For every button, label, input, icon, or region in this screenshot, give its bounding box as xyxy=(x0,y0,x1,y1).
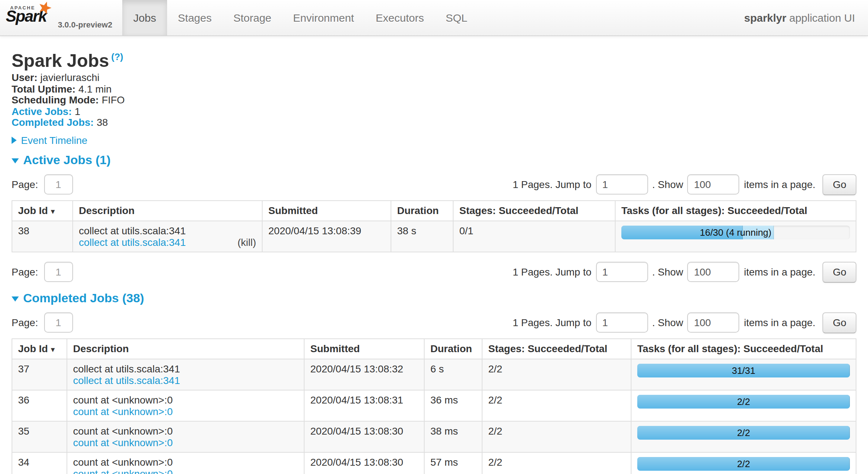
nav-item-jobs[interactable]: Jobs xyxy=(122,0,167,35)
items-per-page-input[interactable] xyxy=(688,313,740,333)
page-title: Spark Jobs(?) xyxy=(12,45,856,71)
nav-link-executors[interactable]: Executors xyxy=(365,0,435,35)
pagination-active-top: Page: 1 Pages. Jump to . Show items in a… xyxy=(12,174,856,195)
info-uptime: Total Uptime:4.1 min xyxy=(12,84,856,95)
info-scheduling-value: FIFO xyxy=(102,94,125,106)
job-description-text: collect at utils.scala:341 xyxy=(73,363,298,375)
completed-table-header-row: Job Id▾ Description Submitted Duration S… xyxy=(12,339,856,359)
go-button[interactable]: Go xyxy=(823,174,856,195)
nav-item-executors[interactable]: Executors xyxy=(365,0,435,35)
page-number-input[interactable] xyxy=(44,175,73,195)
show-text: . Show xyxy=(652,266,683,278)
col-stages[interactable]: Stages: Succeeded/Total xyxy=(482,339,631,359)
job-tasks-cell: 31/31 xyxy=(631,359,856,390)
job-description-link[interactable]: collect at utils.scala:341 xyxy=(73,375,180,386)
col-duration[interactable]: Duration xyxy=(391,201,453,221)
job-description-text: count at <unknown>:0 xyxy=(73,394,298,406)
info-user-value: javierluraschi xyxy=(41,72,99,84)
collapse-arrow-icon xyxy=(12,159,19,164)
job-description-link[interactable]: collect at utils.scala:341 xyxy=(79,236,186,248)
items-per-page-input[interactable] xyxy=(688,175,740,195)
spark-version: 3.0.0-preview2 xyxy=(58,20,112,29)
job-description-cell: collect at utils.scala:341 collect at ut… xyxy=(67,359,304,390)
job-submitted-cell: 2020/04/15 13:08:31 xyxy=(304,390,424,421)
info-user: User:javierluraschi xyxy=(12,73,856,84)
nav-item-sql[interactable]: SQL xyxy=(435,0,478,35)
jump-to-page-input[interactable] xyxy=(596,175,648,195)
items-text: items in a page. xyxy=(744,266,816,278)
spark-star-icon xyxy=(38,1,52,15)
job-duration-cell: 57 ms xyxy=(424,452,482,474)
jump-to-page-input[interactable] xyxy=(596,262,648,282)
completed-jobs-link-label: Completed Jobs: xyxy=(12,117,94,128)
job-description-link[interactable]: count at <unknown>:0 xyxy=(73,468,173,474)
col-description[interactable]: Description xyxy=(67,339,304,359)
section-completed-jobs[interactable]: Completed Jobs (38) xyxy=(12,291,856,306)
active-jobs-table: Job Id▾ Description Submitted Duration S… xyxy=(12,200,856,252)
job-description-link[interactable]: count at <unknown>:0 xyxy=(73,437,173,448)
pages-text: 1 Pages. Jump to xyxy=(512,317,591,329)
event-timeline-toggle[interactable]: Event Timeline xyxy=(12,134,856,146)
go-button[interactable]: Go xyxy=(823,262,856,283)
info-scheduling-label: Scheduling Mode: xyxy=(12,94,99,106)
tasks-progress-bar: 2/2 xyxy=(637,395,850,409)
completed-jobs-table: Job Id▾ Description Submitted Duration S… xyxy=(12,338,856,474)
job-duration-cell: 38 ms xyxy=(424,421,482,452)
job-description-cell: collect at utils.scala:341 collect at ut… xyxy=(73,221,262,252)
app-title: sparklyr application UI xyxy=(744,0,868,35)
sort-arrow-icon: ▾ xyxy=(51,345,55,354)
pagination-controls: 1 Pages. Jump to . Show items in a page.… xyxy=(512,312,856,333)
nav-item-stages[interactable]: Stages xyxy=(167,0,222,35)
nav-link-jobs[interactable]: Jobs xyxy=(122,0,167,35)
job-stages-cell: 2/2 xyxy=(482,421,631,452)
job-description-cell: count at <unknown>:0 count at <unknown>:… xyxy=(67,452,304,474)
col-tasks[interactable]: Tasks (for all stages): Succeeded/Total xyxy=(615,201,856,221)
job-tasks-cell: 2/2 xyxy=(631,421,856,452)
progress-label: 2/2 xyxy=(637,395,850,409)
col-tasks[interactable]: Tasks (for all stages): Succeeded/Total xyxy=(631,339,856,359)
job-submitted-cell: 2020/04/15 13:08:30 xyxy=(304,421,424,452)
col-stages[interactable]: Stages: Succeeded/Total xyxy=(453,201,615,221)
col-submitted[interactable]: Submitted xyxy=(304,339,424,359)
go-button[interactable]: Go xyxy=(823,312,856,333)
items-per-page-input[interactable] xyxy=(688,262,740,282)
help-link[interactable]: (?) xyxy=(111,51,123,62)
jump-to-page-input[interactable] xyxy=(596,313,648,333)
job-submitted-cell: 2020/04/15 13:08:32 xyxy=(304,359,424,390)
spark-logo[interactable]: APACHE Spark xyxy=(0,0,56,35)
nav-link-storage[interactable]: Storage xyxy=(222,0,282,35)
job-duration-cell: 6 s xyxy=(424,359,482,390)
job-id-cell: 37 xyxy=(12,359,67,390)
info-uptime-label: Total Uptime: xyxy=(12,83,76,95)
active-jobs-link[interactable]: Active Jobs: xyxy=(12,106,72,117)
nav-link-environment[interactable]: Environment xyxy=(282,0,365,35)
show-text: . Show xyxy=(652,179,683,191)
tasks-progress-bar: 16/30 (4 running) xyxy=(621,226,850,239)
nav-item-storage[interactable]: Storage xyxy=(222,0,282,35)
page-number-input[interactable] xyxy=(44,313,73,333)
job-tasks-cell: 16/30 (4 running) xyxy=(615,221,856,252)
completed-jobs-link[interactable]: Completed Jobs: xyxy=(12,117,94,128)
col-job-id-label: Job Id xyxy=(18,205,48,216)
nav-item-environment[interactable]: Environment xyxy=(282,0,365,35)
col-job-id[interactable]: Job Id▾ xyxy=(12,339,67,359)
job-stages-cell: 2/2 xyxy=(482,452,631,474)
col-submitted[interactable]: Submitted xyxy=(262,201,391,221)
app-title-name: sparklyr xyxy=(744,12,786,24)
col-job-id[interactable]: Job Id▾ xyxy=(12,201,73,221)
nav-menu: Jobs Stages Storage Environment Executor… xyxy=(122,0,478,35)
page-label: Page: xyxy=(12,179,38,191)
job-stages-cell: 2/2 xyxy=(482,390,631,421)
col-description[interactable]: Description xyxy=(73,201,262,221)
pagination-completed-top: Page: 1 Pages. Jump to . Show items in a… xyxy=(12,312,856,333)
col-duration[interactable]: Duration xyxy=(424,339,482,359)
job-description-link[interactable]: count at <unknown>:0 xyxy=(73,406,173,417)
page-number-input[interactable] xyxy=(44,262,73,282)
completed-jobs-count: 38 xyxy=(97,117,108,128)
show-text: . Show xyxy=(652,317,683,329)
kill-link[interactable]: (kill) xyxy=(238,236,256,248)
section-active-jobs[interactable]: Active Jobs (1) xyxy=(12,153,856,168)
nav-link-stages[interactable]: Stages xyxy=(167,0,222,35)
nav-link-sql[interactable]: SQL xyxy=(435,0,478,35)
active-table-header-row: Job Id▾ Description Submitted Duration S… xyxy=(12,201,856,221)
